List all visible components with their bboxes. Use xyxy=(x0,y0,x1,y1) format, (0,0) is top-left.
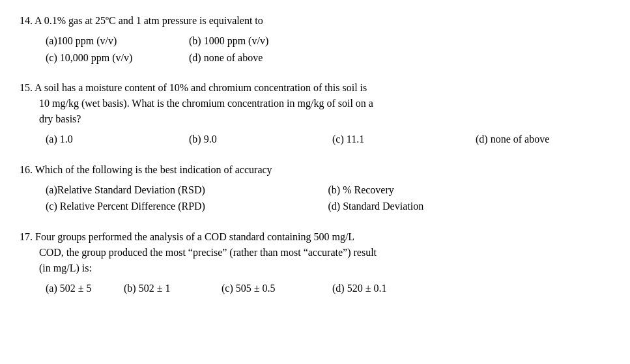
question-15-option-c: (c) 11.1 xyxy=(332,131,476,148)
question-16-option-b: (b) % Recovery xyxy=(328,182,611,199)
question-15-option-b: (b) 9.0 xyxy=(189,131,332,148)
question-14-text: 14. A 0.1% gas at 25ºC and 1 atm pressur… xyxy=(20,13,610,29)
question-15: 15. A soil has a moisture content of 10%… xyxy=(20,80,610,148)
question-14-option-a: (a)100 ppm (v/v) xyxy=(46,33,189,49)
question-15-line3: dry basis? xyxy=(20,111,610,127)
question-16: 16. Which of the following is the best i… xyxy=(20,162,610,215)
question-14: 14. A 0.1% gas at 25ºC and 1 atm pressur… xyxy=(20,13,610,66)
question-16-options: (a)Relative Standard Deviation (RSD) (b)… xyxy=(20,182,610,215)
question-17-options: (a) 502 ± 5 (b) 502 ± 1 (c) 505 ± 0.5 (d… xyxy=(20,280,610,297)
question-16-text: 16. Which of the following is the best i… xyxy=(20,162,610,178)
question-14-option-d: (d) none of above xyxy=(189,49,332,66)
question-16-option-a: (a)Relative Standard Deviation (RSD) xyxy=(46,182,328,199)
question-15-options: (a) 1.0 (b) 9.0 (c) 11.1 (d) none of abo… xyxy=(20,131,610,148)
question-17-text: 17. Four groups performed the analysis o… xyxy=(20,229,610,276)
question-16-option-d: (d) Standard Deviation xyxy=(328,198,611,215)
question-15-line1: 15. A soil has a moisture content of 10%… xyxy=(20,80,610,96)
question-14-options-row2: (c) 10,000 ppm (v/v) (d) none of above xyxy=(20,49,610,66)
question-17-line3: (in mg/L) is: xyxy=(20,260,610,276)
question-15-line2: 10 mg/kg (wet basis). What is the chromi… xyxy=(20,96,610,111)
question-17-option-a: (a) 502 ± 5 xyxy=(46,280,124,297)
question-14-number: 14. A 0.1% gas at 25ºC and 1 atm pressur… xyxy=(20,15,263,26)
question-14-options-row1: (a)100 ppm (v/v) (b) 1000 ppm (v/v) xyxy=(20,33,610,49)
question-16-option-c: (c) Relative Percent Difference (RPD) xyxy=(46,198,328,215)
question-17-line1: 17. Four groups performed the analysis o… xyxy=(20,229,610,245)
question-14-option-c: (c) 10,000 ppm (v/v) xyxy=(46,49,189,66)
question-17-option-d: (d) 520 ± 0.1 xyxy=(332,280,430,297)
question-17-option-b: (b) 502 ± 1 xyxy=(124,280,222,297)
question-15-text: 15. A soil has a moisture content of 10%… xyxy=(20,80,610,127)
question-15-option-a: (a) 1.0 xyxy=(46,131,189,148)
question-16-number: 16. Which of the following is the best i… xyxy=(20,164,272,175)
question-17-line2: COD, the group produced the most “precis… xyxy=(20,245,610,260)
question-15-option-d: (d) none of above xyxy=(476,131,619,148)
question-17: 17. Four groups performed the analysis o… xyxy=(20,229,610,297)
question-17-option-c: (c) 505 ± 0.5 xyxy=(222,280,332,297)
question-14-option-b: (b) 1000 ppm (v/v) xyxy=(189,33,332,49)
